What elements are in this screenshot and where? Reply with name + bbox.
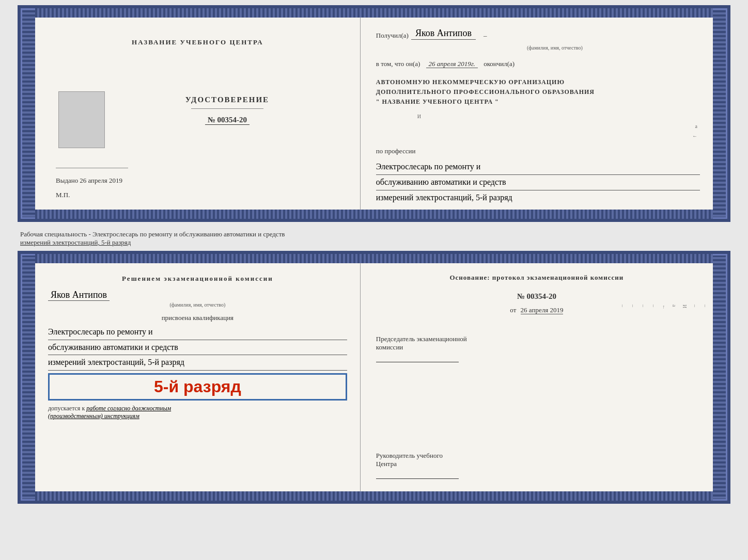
udostoverenie-label: УДОСТОВЕРЕНИЕ: [185, 95, 270, 104]
dopuskaetsya-label: допускается к: [48, 405, 85, 412]
bottom-cert-left-strip: [21, 254, 35, 501]
vydano-label: Выдано: [56, 177, 78, 185]
bottom-cert-top-strip: [35, 254, 713, 263]
qual-line2: обслуживанию автоматики и средств: [48, 340, 347, 356]
mp-label: М.П.: [56, 191, 70, 199]
razryad-badge: 5-й разряд: [48, 373, 347, 401]
org-title-top: НАЗВАНИЕ УЧЕБНОГО ЦЕНТРА: [132, 38, 263, 46]
bottom-cert-right-panel: Основание: протокол экзаменационной коми…: [361, 263, 713, 491]
qual-block: Электрослесарь по ремонту и обслуживанию…: [48, 325, 347, 371]
bottom-decorative-strip: [35, 210, 713, 219]
dopuskaetsya-section: допускается к работе согласно должностны…: [48, 405, 347, 420]
photo-placeholder: [58, 91, 105, 148]
bottom-cert-right-strip: [713, 254, 727, 501]
dopuskaetsya-text: работе согласно должностным: [86, 405, 171, 412]
org-line2: ДОПОЛНИТЕЛЬНОГО ПРОФЕССИОНАЛЬНОГО ОБРАЗО…: [376, 87, 700, 97]
recipient-name-bottom: Яков Антипов: [48, 290, 110, 301]
middle-text-area: Рабочая специальность - Электрослесарь п…: [18, 226, 730, 251]
top-certificate: НАЗВАНИЕ УЧЕБНОГО ЦЕНТРА УДОСТОВЕРЕНИЕ №…: [18, 5, 730, 222]
org-line1: АВТОНОМНУЮ НЕКОММЕРЧЕСКУЮ ОРГАНИЗАЦИЮ: [376, 77, 700, 87]
ot-date: 26 апреля 2019: [521, 306, 564, 314]
po-professii: по профессии: [376, 147, 700, 155]
rukovoditel-signature-line: [376, 478, 459, 479]
recipient-name-top: Яков Антипов: [411, 28, 476, 40]
profession-line2: обслуживанию автоматики и средств: [376, 175, 700, 190]
predsedatel-section: Председатель экзаменационной комиссии: [376, 335, 697, 364]
fio-label-top: (фамилия, имя, отчество): [410, 45, 700, 51]
rukovoditel-section: Руководитель учебного Центра: [376, 452, 697, 481]
org-line3: " НАЗВАНИЕ УЧЕБНОГО ЦЕНТРА ": [376, 97, 700, 107]
middle-text-line2: измерений электростанций, 5-й разряд: [20, 238, 131, 246]
predsedatel-line2: комиссии: [376, 343, 697, 351]
udostoverenie-section: УДОСТОВЕРЕНИЕ № 00354-20: [185, 95, 270, 125]
vtom-line: в том, что он(а) 26 апреля 2019г. окончи…: [376, 60, 700, 68]
profession-block: Электрослесарь по ремонту и обслуживанию…: [376, 159, 700, 205]
bottom-cert-bottom-strip: [35, 491, 713, 501]
razryad-badge-text: 5-й разряд: [154, 377, 241, 396]
ot-label: от: [510, 306, 516, 314]
protocol-number: № 00354-20: [376, 292, 697, 301]
bottom-certificate: Решением экзаменационной комиссии Яков А…: [18, 251, 730, 504]
bottom-cert-left-panel: Решением экзаменационной комиссии Яков А…: [35, 263, 361, 491]
vydano-date: 26 апреля 2019: [80, 177, 122, 185]
top-cert-right-panel: Получил(а) Яков Антипов – (фамилия, имя,…: [361, 18, 713, 210]
qual-line3: измерений электростанций, 5-й разряд: [48, 355, 347, 371]
prisvoena-label: присвоена квалификация: [48, 314, 347, 322]
right-decorative-strip: [713, 8, 727, 219]
instrukcii-text: (производственным) инструкциям: [48, 412, 139, 420]
org-block-top: АВТОНОМНУЮ НЕКОММЕРЧЕСКУЮ ОРГАНИЗАЦИЮ ДО…: [376, 77, 700, 107]
rukovoditel-line1: Руководитель учебного: [376, 452, 697, 460]
predsedatel-signature-line: [376, 362, 459, 362]
top-decorative-strip: [35, 8, 713, 18]
fio-label-bottom: (фамилия, имя, отчество): [48, 302, 347, 308]
profession-line3: измерений электростанций, 5-й разряд: [376, 190, 700, 205]
poluchil-line: Получил(а) Яков Антипов –: [376, 28, 700, 40]
completion-date: 26 апреля 2019г.: [426, 60, 478, 68]
top-cert-left-panel: НАЗВАНИЕ УЧЕБНОГО ЦЕНТРА УДОСТОВЕРЕНИЕ №…: [35, 18, 361, 210]
cert-number-top: № 00354-20: [205, 116, 250, 125]
qual-line1: Электрослесарь по ремонту и: [48, 325, 347, 340]
middle-text-line1: Рабочая специальность - Электрослесарь п…: [20, 230, 285, 238]
rukovoditel-line2: Центра: [376, 460, 697, 468]
poluchil-label: Получил(а): [376, 31, 409, 40]
profession-line1: Электрослесарь по ремонту и: [376, 159, 700, 175]
vtom-label: в том, что он(а): [376, 60, 420, 68]
resheniem-title: Решением экзаменационной комиссии: [48, 274, 347, 284]
predsedatel-line1: Председатель экзаменационной: [376, 335, 697, 343]
left-decorative-strip: [21, 8, 35, 219]
okoncil-label: окончил(а): [484, 60, 515, 68]
osnovanie-title: Основание: протокол экзаменационной коми…: [376, 274, 697, 282]
